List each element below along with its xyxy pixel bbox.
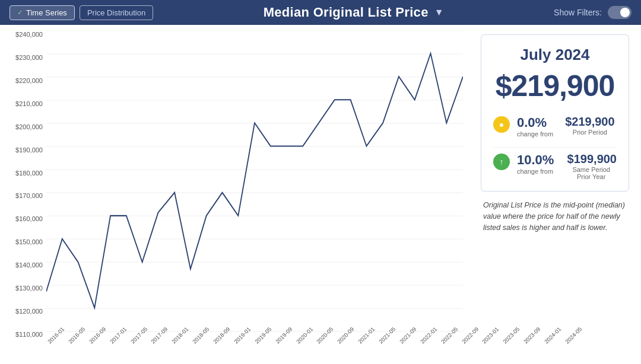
time-series-tab[interactable]: ✓ Time Series xyxy=(9,5,75,20)
header-left: ✓ Time Series Price Distribution xyxy=(9,5,153,20)
show-filters-label: Show Filters: xyxy=(554,8,602,17)
green-up-icon: ↑ xyxy=(493,154,510,170)
chart-container: $240,000 $230,000 $220,000 $210,000 $200… xyxy=(6,31,463,359)
description-text: Original List Price is the mid-point (me… xyxy=(481,200,629,233)
stat-info-2: 10.0% change from $199,900 Same Period P… xyxy=(517,152,617,180)
line-chart-svg xyxy=(46,31,463,338)
show-filters-toggle[interactable] xyxy=(608,6,632,19)
y-label-6: $180,000 xyxy=(15,170,43,177)
month-label: July 2024 xyxy=(493,46,617,64)
stat-info-1: 0.0% change from $219,900 Prior Period xyxy=(517,115,615,138)
chart-inner xyxy=(46,31,463,338)
stat-pct-1: 0.0% change from xyxy=(517,115,553,138)
y-label-12: $120,000 xyxy=(15,308,43,315)
y-axis: $240,000 $230,000 $220,000 $210,000 $200… xyxy=(6,31,46,338)
y-label-11: $130,000 xyxy=(15,285,43,292)
dropdown-arrow-icon[interactable]: ▼ xyxy=(434,7,444,18)
checkmark-icon: ✓ xyxy=(17,8,23,17)
divider xyxy=(493,147,617,148)
chart-title: Median Original List Price xyxy=(264,5,429,20)
stat-right-2: $199,900 Same Period Prior Year xyxy=(566,152,617,180)
y-label-13: $110,000 xyxy=(15,331,43,338)
yellow-circle-icon: ● xyxy=(493,116,510,133)
stat-row-2: ↑ 10.0% change from $199,900 Same Period… xyxy=(493,152,617,180)
y-label-3: $210,000 xyxy=(15,100,43,107)
stats-card: July 2024 $219,900 ● 0.0% change from $2… xyxy=(481,34,629,191)
price-distribution-tab[interactable]: Price Distribution xyxy=(80,5,153,20)
y-label-5: $190,000 xyxy=(15,146,43,154)
stat-pct-2: 10.0% change from xyxy=(517,152,554,175)
header-center: Median Original List Price ▼ xyxy=(264,5,444,20)
chart-line xyxy=(46,53,463,308)
y-label-0: $240,000 xyxy=(15,31,43,38)
stat-row-1: ● 0.0% change from $219,900 Prior Period xyxy=(493,115,617,138)
header: ✓ Time Series Price Distribution Median … xyxy=(0,0,641,25)
content: $240,000 $230,000 $220,000 $210,000 $200… xyxy=(0,25,641,364)
y-label-9: $150,000 xyxy=(15,238,43,245)
side-panel: July 2024 $219,900 ● 0.0% change from $2… xyxy=(469,25,641,364)
y-label-1: $230,000 xyxy=(15,54,43,61)
stat-right-1: $219,900 Prior Period xyxy=(565,115,614,136)
y-label-10: $140,000 xyxy=(15,261,43,269)
header-right: Show Filters: xyxy=(554,6,632,19)
y-label-7: $170,000 xyxy=(15,192,43,199)
chart-area: $240,000 $230,000 $220,000 $210,000 $200… xyxy=(0,25,469,364)
x-axis: 2016-01 2016-05 2016-09 2017-01 2017-05 … xyxy=(46,338,463,359)
time-series-label: Time Series xyxy=(26,8,67,17)
current-price: $219,900 xyxy=(493,69,617,103)
y-label-2: $220,000 xyxy=(15,77,43,84)
y-label-4: $200,000 xyxy=(15,123,43,130)
price-distribution-label: Price Distribution xyxy=(87,8,145,17)
y-label-8: $160,000 xyxy=(15,215,43,222)
